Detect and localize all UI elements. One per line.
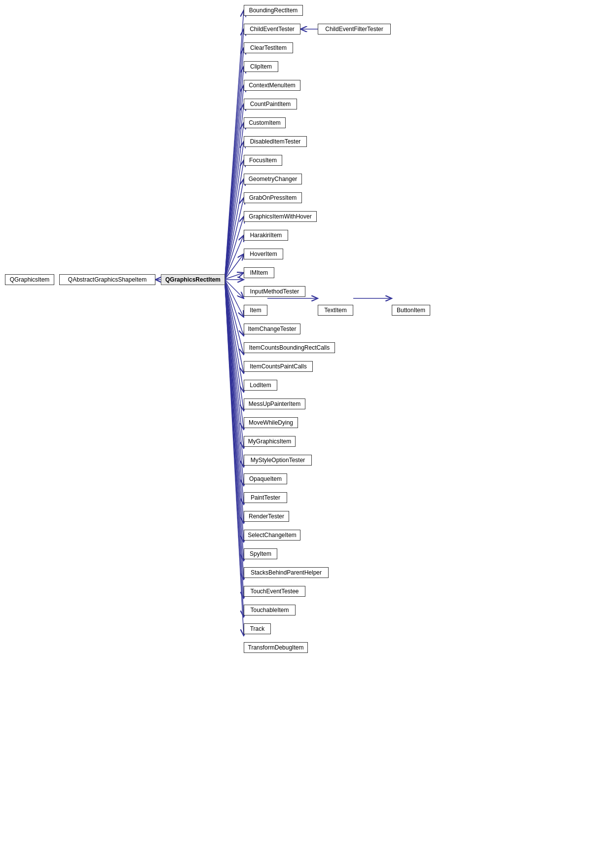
- node-LodItem[interactable]: LodItem: [244, 380, 277, 391]
- node-Track[interactable]: Track: [244, 623, 271, 634]
- node-ItemCountsBoundingRectCalls[interactable]: ItemCountsBoundingRectCalls: [244, 342, 335, 353]
- svg-line-34: [225, 283, 244, 523]
- node-IMItem[interactable]: IMItem: [244, 267, 274, 278]
- arrows-svg: [0, 0, 596, 868]
- node-GraphicsItemWithHover[interactable]: GraphicsItemWithHover: [244, 211, 317, 222]
- node-InputMethodTester[interactable]: InputMethodTester: [244, 286, 305, 297]
- svg-line-12: [225, 160, 244, 278]
- node-CountPaintItem[interactable]: CountPaintItem: [244, 99, 297, 109]
- node-GeometryChanger[interactable]: GeometryChanger: [244, 174, 302, 184]
- svg-line-9: [225, 104, 244, 278]
- svg-line-16: [225, 235, 244, 279]
- node-CustomItem[interactable]: CustomItem: [244, 117, 286, 128]
- svg-line-7: [225, 67, 244, 277]
- svg-line-18: [225, 273, 244, 279]
- svg-line-11: [225, 142, 244, 278]
- svg-line-37: [225, 284, 244, 579]
- node-ButtonItem[interactable]: ButtonItem: [392, 305, 430, 316]
- svg-line-36: [225, 283, 244, 561]
- svg-line-17: [225, 254, 244, 279]
- svg-line-10: [225, 123, 244, 278]
- node-StacksBehindParentHelper[interactable]: StacksBehindParentHelper: [244, 567, 329, 578]
- node-HoverItem[interactable]: HoverItem: [244, 249, 283, 259]
- svg-line-38: [225, 284, 244, 598]
- svg-line-14: [225, 198, 244, 279]
- svg-line-24: [225, 280, 244, 336]
- svg-line-29: [225, 282, 244, 430]
- node-MyGraphicsItem[interactable]: MyGraphicsItem: [244, 436, 296, 447]
- svg-line-33: [225, 283, 244, 505]
- svg-line-30: [225, 282, 244, 448]
- node-RenderTester[interactable]: RenderTester: [244, 511, 289, 522]
- svg-line-13: [225, 179, 244, 279]
- svg-line-39: [225, 284, 244, 617]
- svg-line-32: [225, 282, 244, 486]
- node-BoundingRectItem[interactable]: BoundingRectItem: [244, 5, 303, 16]
- node-SelectChangeItem[interactable]: SelectChangeItem: [244, 530, 300, 541]
- node-QAbstractGraphicsShapeItem[interactable]: QAbstractGraphicsShapeItem: [59, 274, 155, 285]
- node-ChildEventTester[interactable]: ChildEventTester: [244, 24, 300, 35]
- node-MyStyleOptionTester[interactable]: MyStyleOptionTester: [244, 455, 312, 466]
- diagram-container: QGraphicsItem QAbstractGraphicsShapeItem…: [0, 0, 596, 868]
- svg-line-3: [225, 10, 244, 276]
- node-ItemCountsPaintCalls[interactable]: ItemCountsPaintCalls: [244, 361, 313, 372]
- svg-line-20: [225, 280, 244, 298]
- node-TransformDebugItem[interactable]: TransformDebugItem: [244, 642, 308, 653]
- node-ClipItem[interactable]: ClipItem: [244, 61, 278, 72]
- svg-line-8: [225, 85, 244, 278]
- node-ContextMenuItem[interactable]: ContextMenuItem: [244, 80, 300, 91]
- node-DisabledItemTester[interactable]: DisabledItemTester: [244, 136, 307, 147]
- svg-line-25: [225, 281, 244, 355]
- node-MessUpPainterItem[interactable]: MessUpPainterItem: [244, 398, 305, 409]
- node-ChildEventFilterTester[interactable]: ChildEventFilterTester: [318, 24, 391, 35]
- svg-line-4: [225, 29, 244, 277]
- svg-line-27: [225, 281, 244, 392]
- svg-line-31: [225, 282, 244, 467]
- svg-line-23: [225, 280, 244, 317]
- svg-line-15: [225, 217, 244, 279]
- node-MoveWhileDying[interactable]: MoveWhileDying: [244, 417, 298, 428]
- node-PaintTester[interactable]: PaintTester: [244, 492, 287, 503]
- node-TouchableItem[interactable]: TouchableItem: [244, 605, 296, 615]
- svg-line-35: [225, 283, 244, 542]
- node-GrabOnPressItem[interactable]: GrabOnPressItem: [244, 192, 302, 203]
- svg-line-26: [225, 281, 244, 373]
- svg-line-40: [225, 284, 244, 636]
- svg-line-28: [225, 281, 244, 411]
- node-ItemChangeTester[interactable]: ItemChangeTester: [244, 324, 300, 334]
- node-TouchEventTestee[interactable]: TouchEventTestee: [244, 586, 305, 597]
- node-SpyItem[interactable]: SpyItem: [244, 548, 277, 559]
- node-OpaqueItem[interactable]: OpaqueItem: [244, 473, 287, 484]
- node-QGraphicsRectItem[interactable]: QGraphicsRectItem: [161, 274, 225, 285]
- node-QGraphicsItem[interactable]: QGraphicsItem: [5, 274, 54, 285]
- node-TextItem[interactable]: TextItem: [318, 305, 353, 316]
- node-HarakiriItem[interactable]: HarakiriItem: [244, 230, 288, 241]
- svg-line-6: [225, 48, 244, 277]
- node-Item[interactable]: Item: [244, 305, 267, 316]
- node-FocusItem[interactable]: FocusItem: [244, 155, 282, 166]
- node-ClearTestItem[interactable]: ClearTestItem: [244, 42, 293, 53]
